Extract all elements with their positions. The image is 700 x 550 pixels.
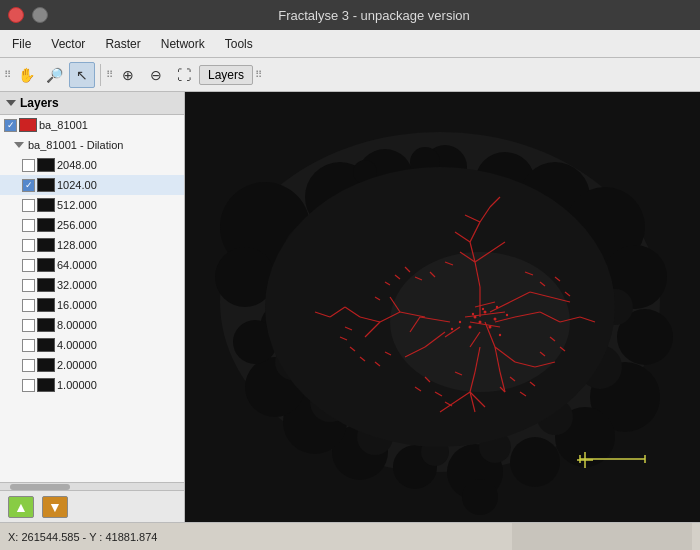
layer-swatch — [37, 298, 55, 312]
svg-point-124 — [496, 306, 498, 308]
layer-swatch — [37, 178, 55, 192]
layer-row[interactable]: 2.00000 — [0, 355, 184, 375]
menu-file[interactable]: File — [4, 35, 39, 53]
statusbar: X: 261544.585 - Y : 41881.874 — [0, 522, 700, 550]
layer-row[interactable]: 128.000 — [0, 235, 184, 255]
svg-point-118 — [494, 318, 497, 321]
layer-checkbox[interactable] — [22, 359, 35, 372]
layer-swatch — [19, 118, 37, 132]
toolbar: ⠿ ✋ 🔎 ↖ ⠿ ⊕ ⊖ ⛶ Layers ⠿ — [0, 58, 700, 92]
cursor-tool-button[interactable]: ↖ — [69, 62, 95, 88]
minimize-button[interactable] — [32, 7, 48, 23]
layer-swatch — [37, 358, 55, 372]
svg-point-33 — [462, 479, 498, 515]
layer-checkbox[interactable] — [22, 279, 35, 292]
layer-row[interactable]: ba_81001 - Dilation — [0, 135, 184, 155]
layer-row[interactable]: 1.00000 — [0, 375, 184, 395]
layer-checkbox[interactable] — [4, 119, 17, 132]
layer-move-down-button[interactable]: ▼ — [42, 496, 68, 518]
layer-label: 2048.00 — [57, 159, 180, 171]
layer-row[interactable]: ba_81001 — [0, 115, 184, 135]
layer-checkbox[interactable] — [22, 379, 35, 392]
layer-label: 16.0000 — [57, 299, 180, 311]
layer-label: 256.000 — [57, 219, 180, 231]
layer-swatch — [37, 158, 55, 172]
layer-row[interactable]: 2048.00 — [0, 155, 184, 175]
layer-row[interactable]: 1024.00 — [0, 175, 184, 195]
layer-checkbox[interactable] — [22, 219, 35, 232]
layers-panel-header: Layers — [0, 92, 184, 115]
pan-button[interactable]: ⊖ — [143, 62, 169, 88]
svg-point-122 — [482, 308, 484, 310]
menu-vector[interactable]: Vector — [43, 35, 93, 53]
layer-checkbox[interactable] — [22, 299, 35, 312]
toolbar-separator-1 — [100, 64, 101, 86]
group-expand-icon[interactable] — [14, 142, 24, 148]
layer-row[interactable]: 8.00000 — [0, 315, 184, 335]
layer-checkbox[interactable] — [22, 159, 35, 172]
layer-checkbox[interactable] — [22, 339, 35, 352]
layer-checkbox[interactable] — [22, 259, 35, 272]
layer-move-up-button[interactable]: ▲ — [8, 496, 34, 518]
layer-swatch — [37, 218, 55, 232]
layer-label: 64.0000 — [57, 259, 180, 271]
layer-swatch — [37, 318, 55, 332]
layers-expand-icon[interactable] — [6, 100, 16, 106]
svg-point-127 — [451, 328, 453, 330]
layer-label: 2.00000 — [57, 359, 180, 371]
layers-footer: ▲ ▼ — [0, 490, 184, 522]
layer-label: 1024.00 — [57, 179, 180, 191]
layer-swatch — [37, 338, 55, 352]
svg-point-126 — [459, 321, 461, 323]
menu-raster[interactable]: Raster — [97, 35, 148, 53]
main-area: Layers ba_81001 ba_81001 - Dilation 2048… — [0, 92, 700, 522]
layers-list[interactable]: ba_81001 ba_81001 - Dilation 2048.00 102… — [0, 115, 184, 482]
map-canvas[interactable] — [185, 92, 700, 522]
layer-row[interactable]: 512.000 — [0, 195, 184, 215]
svg-point-120 — [479, 321, 482, 324]
layers-panel: Layers ba_81001 ba_81001 - Dilation 2048… — [0, 92, 185, 522]
statusbar-right — [512, 523, 692, 550]
toolbar-grip-2: ⠿ — [106, 69, 113, 80]
layer-checkbox[interactable] — [22, 179, 35, 192]
svg-point-123 — [472, 313, 474, 315]
svg-point-117 — [484, 311, 487, 314]
fullscreen-button[interactable]: ⛶ — [171, 62, 197, 88]
layer-swatch — [37, 378, 55, 392]
layer-label: 8.00000 — [57, 319, 180, 331]
layer-row[interactable]: 32.0000 — [0, 275, 184, 295]
menu-tools[interactable]: Tools — [217, 35, 261, 53]
layer-row[interactable]: 16.0000 — [0, 295, 184, 315]
coordinates-display: X: 261544.585 - Y : 41881.874 — [8, 531, 157, 543]
layer-row[interactable]: 4.00000 — [0, 335, 184, 355]
svg-point-116 — [474, 316, 477, 319]
layer-label: 128.000 — [57, 239, 180, 251]
svg-point-125 — [506, 314, 508, 316]
layers-horizontal-scrollbar[interactable] — [0, 482, 184, 490]
layer-swatch — [37, 198, 55, 212]
layer-swatch — [37, 278, 55, 292]
layer-label: 32.0000 — [57, 279, 180, 291]
zoom-in-button[interactable]: 🔎 — [41, 62, 67, 88]
svg-point-15 — [510, 437, 560, 487]
toolbar-grip: ⠿ — [4, 69, 11, 80]
layer-checkbox[interactable] — [22, 239, 35, 252]
fractal-visualization — [185, 92, 700, 522]
layer-swatch — [37, 258, 55, 272]
layer-row[interactable]: 256.000 — [0, 215, 184, 235]
layer-label: 1.00000 — [57, 379, 180, 391]
layer-checkbox[interactable] — [22, 199, 35, 212]
layer-checkbox[interactable] — [22, 319, 35, 332]
layer-row[interactable]: 64.0000 — [0, 255, 184, 275]
close-button[interactable] — [8, 7, 24, 23]
layer-label: ba_81001 - Dilation — [28, 139, 180, 151]
zoom-custom-button[interactable]: ⊕ — [115, 62, 141, 88]
svg-point-128 — [499, 334, 501, 336]
layers-panel-title: Layers — [20, 96, 59, 110]
layer-label: ba_81001 — [39, 119, 180, 131]
svg-point-121 — [489, 326, 492, 329]
hand-tool-button[interactable]: ✋ — [13, 62, 39, 88]
layers-toggle-button[interactable]: Layers — [199, 65, 253, 85]
toolbar-grip-3: ⠿ — [255, 69, 262, 80]
menu-network[interactable]: Network — [153, 35, 213, 53]
